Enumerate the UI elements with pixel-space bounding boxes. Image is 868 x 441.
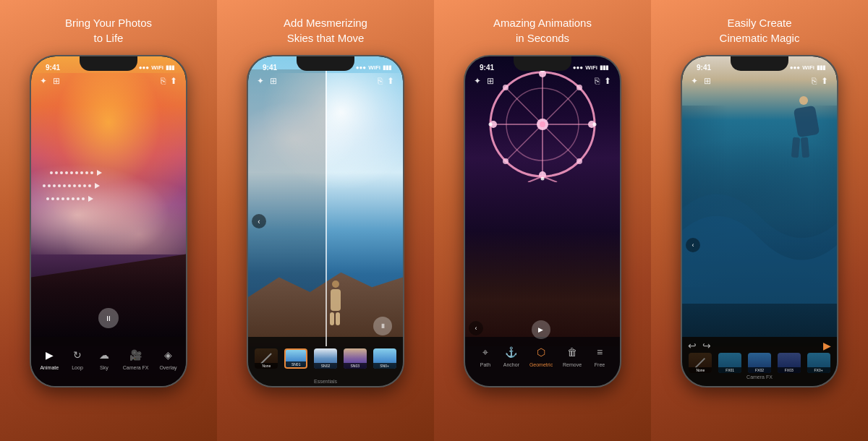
panel-3-title: Amazing Animationsin Seconds bbox=[493, 13, 592, 48]
svg-point-23 bbox=[593, 122, 597, 126]
path-icon: ⌖ bbox=[477, 344, 493, 360]
undo-button[interactable]: ↩ bbox=[688, 340, 697, 351]
status-icons-1: ●●●WiFi▮▮▮ bbox=[139, 64, 174, 71]
status-time-4: 9:41 bbox=[697, 64, 711, 72]
panel-2: Add MesmerizingSkies that Move 9:41 bbox=[217, 0, 434, 441]
overlay-icon: ◈ bbox=[160, 347, 176, 363]
image-icon-2: ⊞ bbox=[270, 76, 277, 86]
panel-1: Bring Your Photosto Life bbox=[0, 0, 217, 441]
sky-label: Sky bbox=[100, 365, 109, 370]
svg-point-19 bbox=[540, 121, 545, 127]
panel-4: Easily CreateCinematic Magic bbox=[651, 0, 868, 441]
sky-thumb-sn04-label: SN0+ bbox=[373, 363, 396, 369]
panel-2-title: Add MesmerizingSkies that Move bbox=[284, 13, 367, 48]
svg-point-16 bbox=[503, 158, 509, 164]
geometric-label: Geometric bbox=[529, 362, 553, 367]
wand-icon-4: ✦ bbox=[691, 76, 698, 86]
toolbar-free[interactable]: ≡ Free bbox=[592, 344, 608, 367]
toolbar-loop[interactable]: ↻ Loop bbox=[69, 347, 85, 370]
sky-icon: ☁ bbox=[96, 347, 112, 363]
fx-thumb-fx02[interactable]: FX02 bbox=[748, 353, 771, 373]
redo-button[interactable]: ↪ bbox=[702, 340, 711, 351]
play-button-4[interactable]: ▶ bbox=[823, 340, 831, 351]
panel-4-title: Easily CreateCinematic Magic bbox=[720, 13, 800, 48]
copy-icon: ⎘ bbox=[161, 76, 166, 86]
phone-1: 9:41 ●●●WiFi▮▮▮ ✦ ⊞ ⎘ ⬆ ⏸ bbox=[30, 55, 187, 388]
status-icons-3: ●●●WiFi▮▮▮ bbox=[573, 64, 608, 71]
camerafx-label: Camera FX bbox=[123, 365, 149, 370]
animate-icon: ▶ bbox=[41, 347, 57, 363]
image-icon: ⊞ bbox=[53, 76, 60, 86]
anchor-icon: ⚓ bbox=[503, 344, 519, 360]
toolbar-anchor[interactable]: ⚓ Anchor bbox=[503, 344, 519, 367]
geometric-icon: ⬡ bbox=[533, 344, 549, 360]
scroll-left-button-2[interactable]: ‹ bbox=[252, 214, 266, 228]
thumbnail-row-4: None FX01 FX02 FX03 FX0+ bbox=[682, 351, 837, 374]
fx-thumb-fx03-label: FX03 bbox=[778, 367, 801, 373]
toolbar-overlay[interactable]: ◈ Overlay bbox=[159, 347, 176, 370]
section-label-4: Camera FX bbox=[682, 374, 837, 382]
wand-icon-2: ✦ bbox=[257, 76, 264, 86]
svg-point-24 bbox=[541, 176, 545, 180]
sky-thumb-sn03[interactable]: SN03 bbox=[344, 348, 367, 369]
status-icons-2: ●●●WiFi▮▮▮ bbox=[356, 64, 391, 71]
svg-point-25 bbox=[489, 122, 493, 126]
toolbar-top-row-4: ↩ ↪ ▶ bbox=[682, 337, 837, 351]
section-label-2: Essentials bbox=[248, 379, 403, 386]
fx-thumb-none-label: None bbox=[689, 367, 712, 373]
image-icon-4: ⊞ bbox=[704, 76, 711, 86]
panel-1-title: Bring Your Photosto Life bbox=[65, 13, 152, 48]
status-time-3: 9:41 bbox=[480, 64, 494, 72]
path-label: Path bbox=[480, 362, 490, 367]
toolbar-geometric[interactable]: ⬡ Geometric bbox=[529, 344, 553, 367]
free-icon: ≡ bbox=[592, 344, 608, 360]
svg-line-21 bbox=[542, 176, 557, 182]
free-label: Free bbox=[595, 362, 605, 367]
wand-icon: ✦ bbox=[40, 76, 47, 86]
toolbar-sky[interactable]: ☁ Sky bbox=[96, 347, 112, 370]
sky-thumb-none-label: None bbox=[255, 363, 278, 369]
sky-thumb-sn02-label: SN02 bbox=[314, 363, 337, 369]
toolbar-1: ▶ Animate ↻ Loop ☁ Sky 🎥 Camera FX ◈ bbox=[31, 337, 186, 386]
toolbar-3: ⌖ Path ⚓ Anchor ⬡ Geometric 🗑 Remove bbox=[465, 337, 620, 386]
sky-thumb-sn02[interactable]: SN02 bbox=[314, 348, 337, 369]
sky-thumb-sn03-label: SN03 bbox=[344, 363, 367, 369]
copy-icon-2: ⎘ bbox=[378, 76, 383, 86]
undo-redo-group: ↩ ↪ bbox=[688, 340, 711, 351]
toolbar-camerafx[interactable]: 🎥 Camera FX bbox=[123, 347, 149, 370]
phone-2: 9:41 ●●●WiFi▮▮▮ ✦ ⊞ ⎘ ⬆ ‹ ⏸ bbox=[247, 55, 404, 388]
fx-thumb-fx03[interactable]: FX03 bbox=[778, 353, 801, 373]
fx-thumb-fx04-label: FX0+ bbox=[807, 367, 830, 373]
remove-label: Remove bbox=[563, 362, 582, 367]
phone-3: 9:41 ●●●WiFi▮▮▮ ✦ ⊞ ⎘ ⬆ ‹ ▶ bbox=[464, 55, 621, 388]
fx-thumb-fx04[interactable]: FX0+ bbox=[807, 353, 830, 373]
fx-thumb-fx01[interactable]: FX01 bbox=[718, 353, 741, 373]
overlay-label: Overlay bbox=[159, 365, 176, 370]
sky-thumb-sn04[interactable]: SN0+ bbox=[373, 348, 396, 369]
sky-thumb-sn01[interactable]: SN01 bbox=[284, 348, 307, 369]
toolbar-path[interactable]: ⌖ Path bbox=[477, 344, 493, 367]
animate-label: Animate bbox=[40, 365, 59, 370]
svg-point-15 bbox=[576, 158, 582, 164]
fx-thumb-none[interactable]: None bbox=[689, 353, 712, 373]
fx-thumb-fx01-label: FX01 bbox=[718, 367, 741, 373]
copy-icon-4: ⎘ bbox=[812, 76, 817, 86]
toolbar-animate[interactable]: ▶ Animate bbox=[40, 347, 59, 370]
sky-thumb-none[interactable]: None bbox=[255, 348, 278, 369]
play-button-3[interactable]: ▶ bbox=[532, 320, 550, 339]
share-icon-4: ⬆ bbox=[821, 76, 828, 86]
loop-icon: ↻ bbox=[69, 347, 85, 363]
status-time-1: 9:41 bbox=[46, 64, 60, 72]
phone-4: 9:41 ●●●WiFi▮▮▮ ✦ ⊞ ⎘ ⬆ ‹ bbox=[681, 55, 838, 388]
wand-icon-3: ✦ bbox=[474, 76, 481, 86]
share-icon-2: ⬆ bbox=[387, 76, 394, 86]
toolbar-remove[interactable]: 🗑 Remove bbox=[563, 344, 582, 367]
sky-thumb-sn01-label: SN01 bbox=[286, 361, 306, 367]
camerafx-icon: 🎥 bbox=[128, 347, 144, 363]
remove-icon: 🗑 bbox=[564, 344, 580, 360]
share-icon-3: ⬆ bbox=[604, 76, 611, 86]
pause-button-1[interactable]: ⏸ bbox=[98, 308, 119, 328]
path-dots bbox=[39, 155, 179, 209]
fx-thumb-fx02-label: FX02 bbox=[748, 367, 771, 373]
panel-3: Amazing Animationsin Seconds bbox=[434, 0, 651, 441]
